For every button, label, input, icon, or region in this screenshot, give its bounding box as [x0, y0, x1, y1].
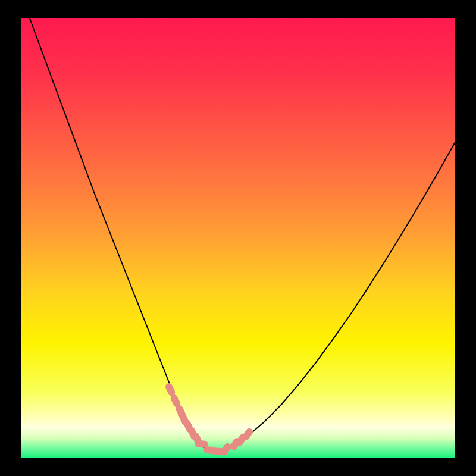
plot-area: [21, 18, 455, 458]
bottleneck-chart: [0, 0, 476, 476]
chart-stage: TheBottleneck.com: [0, 0, 476, 476]
